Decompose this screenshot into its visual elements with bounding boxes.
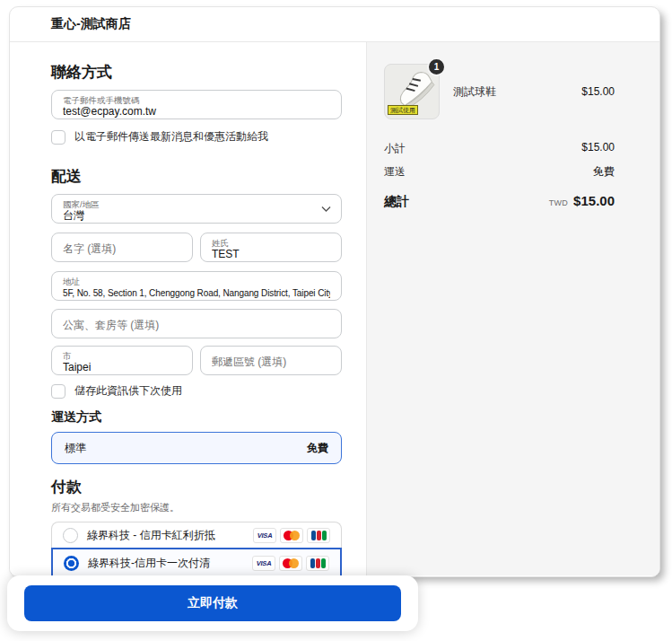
checkout-window: 重心-測試商店 聯絡方式 電子郵件或手機號碼 test@ecpay.com.tw…	[9, 6, 660, 577]
payment-option-label: 綠界科技-信用卡一次付清	[88, 556, 210, 571]
last-name-field[interactable]: 姓氏 TEST	[200, 233, 342, 262]
total-row: 總計 TWD $15.00	[384, 193, 615, 210]
shipping-section-title: 運送方式	[51, 409, 342, 426]
postal-code-placeholder: 郵遞區號 (選填)	[212, 355, 330, 370]
postal-code-field[interactable]: 郵遞區號 (選填)	[200, 346, 342, 375]
city-field-value: Taipei	[63, 361, 181, 374]
country-select-value: 台灣	[63, 209, 330, 223]
visa-icon: VISA	[253, 528, 276, 543]
jcb-icon	[307, 528, 330, 543]
mastercard-icon	[280, 528, 303, 543]
product-name: 測試球鞋	[453, 84, 496, 100]
product-thumbnail: 1 測試使用	[384, 64, 440, 119]
visa-icon: VISA	[252, 556, 275, 571]
address-field-value: 5F, No. 58, Section 1, Chenggong Road, N…	[63, 286, 330, 300]
address-field-label: 地址	[63, 277, 330, 286]
cart-line-item: 1 測試使用 測試球鞋 $15.00	[384, 64, 615, 119]
mastercard-icon	[279, 556, 302, 571]
product-tag-label: 測試使用	[388, 105, 418, 115]
jcb-icon	[306, 556, 329, 571]
shipping-method-name: 標準	[65, 441, 86, 456]
first-name-placeholder: 名字 (選填)	[63, 241, 181, 257]
store-name: 重心-測試商店	[51, 16, 131, 32]
payment-option-credit-card[interactable]: 綠界科技-信用卡一次付清 VISA	[51, 548, 342, 575]
email-field[interactable]: 電子郵件或手機號碼 test@ecpay.com.tw	[51, 90, 342, 119]
product-price: $15.00	[581, 85, 615, 98]
subtotal-row: 小計 $15.00	[384, 141, 615, 156]
pay-now-button[interactable]: 立即付款	[24, 585, 401, 621]
payment-option-label: 綠界科技 - 信用卡紅利折抵	[87, 528, 215, 543]
first-name-field[interactable]: 名字 (選填)	[51, 233, 193, 262]
total-value: $15.00	[573, 193, 615, 208]
save-info-checkbox-label: 儲存此資訊供下次使用	[74, 383, 182, 399]
city-field[interactable]: 市 Taipei	[51, 346, 193, 375]
contact-section-title: 聯絡方式	[51, 62, 342, 83]
newsletter-checkbox[interactable]	[51, 130, 65, 145]
total-label: 總計	[384, 194, 409, 210]
shipping-label: 運送	[384, 164, 406, 180]
payment-security-note: 所有交易都受安全加密保護。	[51, 501, 342, 514]
store-header: 重心-測試商店	[10, 7, 659, 42]
order-summary: 1 測試使用 測試球鞋 $15.00 小計 $15.00 運送 免費 總計 TW…	[366, 42, 659, 575]
subtotal-value: $15.00	[581, 141, 615, 156]
shipping-value: 免費	[593, 164, 615, 180]
shipping-row: 運送 免費	[384, 164, 615, 180]
checkout-form-column: 聯絡方式 電子郵件或手機號碼 test@ecpay.com.tw 以電子郵件傳送…	[10, 42, 366, 575]
radio-unselected-icon[interactable]	[63, 528, 78, 543]
last-name-label: 姓氏	[212, 238, 330, 248]
city-field-label: 市	[63, 351, 181, 361]
address-field[interactable]: 地址 5F, No. 58, Section 1, Chenggong Road…	[51, 271, 342, 301]
email-field-value: test@ecpay.com.tw	[63, 105, 330, 119]
save-info-checkbox[interactable]	[51, 384, 65, 399]
payment-section-title: 付款	[51, 477, 342, 497]
country-select-label: 國家/地區	[63, 199, 330, 209]
total-currency: TWD	[549, 198, 568, 207]
shipping-method-option[interactable]: 標準 免費	[51, 432, 342, 464]
subtotal-label: 小計	[384, 141, 406, 156]
chevron-down-icon	[321, 206, 331, 212]
apartment-field[interactable]: 公寓、套房等 (選填)	[51, 309, 342, 338]
shipping-method-price: 免費	[307, 441, 328, 456]
country-select[interactable]: 國家/地區 台灣	[51, 194, 342, 224]
quantity-badge: 1	[427, 57, 446, 76]
payment-option-reward-points[interactable]: 綠界科技 - 信用卡紅利折抵 VISA	[51, 522, 342, 548]
newsletter-checkbox-row[interactable]: 以電子郵件傳送最新消息和優惠活動給我	[51, 129, 342, 145]
last-name-value: TEST	[212, 248, 330, 261]
newsletter-checkbox-label: 以電子郵件傳送最新消息和優惠活動給我	[74, 129, 268, 145]
delivery-section-title: 配送	[51, 166, 342, 187]
pay-now-bar: 立即付款	[7, 575, 418, 631]
save-info-checkbox-row[interactable]: 儲存此資訊供下次使用	[51, 383, 342, 399]
email-field-label: 電子郵件或手機號碼	[63, 95, 330, 105]
radio-selected-icon[interactable]	[64, 556, 79, 571]
apartment-placeholder: 公寓、套房等 (選填)	[63, 318, 330, 333]
